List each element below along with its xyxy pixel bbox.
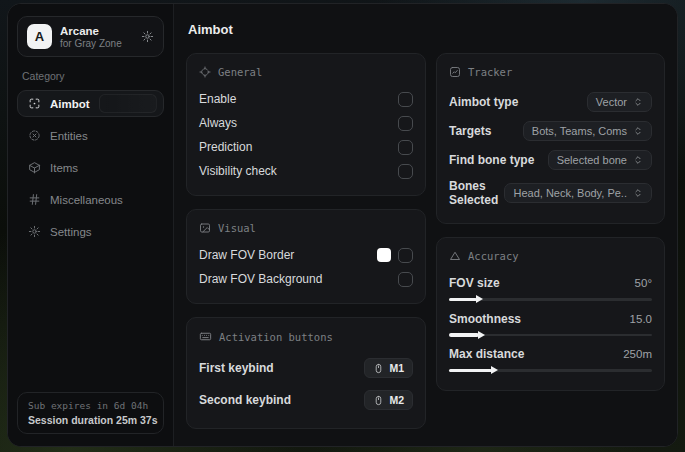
toggle-row-visibility-check: Visibility check [199, 159, 413, 183]
slider-head: Max distance 250m [449, 347, 652, 361]
slider-fill [449, 298, 477, 302]
row-label: Aimbot type [449, 95, 518, 109]
accuracy-card: Accuracy FOV size 50° [436, 237, 665, 391]
keybind-value: M2 [389, 394, 404, 406]
sidebar-nav: Aimbot Entities Items [17, 90, 164, 245]
trend-box-icon [449, 66, 461, 78]
crosshair-scan-icon [28, 97, 41, 110]
sidebar-item-miscellaneous[interactable]: Miscellaneous [17, 186, 164, 213]
brand-subtitle: for Gray Zone [60, 38, 122, 49]
row-label: Prediction [199, 140, 252, 154]
slider-head: FOV size 50° [449, 276, 652, 290]
first-keybind-button[interactable]: M1 [364, 358, 413, 378]
mouse-icon [373, 363, 384, 374]
tracker-card: Tracker Aimbot type Vector [436, 53, 665, 224]
general-card-title: General [199, 66, 413, 78]
app-window: A Arcane for Gray Zone Category [7, 3, 678, 447]
select-row-targets: Targets Bots, Teams, Coms [449, 116, 652, 145]
left-column: General Enable Always Prediction [186, 53, 426, 429]
row-label: Draw FOV Border [199, 248, 294, 262]
section-title: Tracker [468, 66, 512, 78]
slider-row-smoothness: Smoothness 15.0 [449, 307, 652, 343]
section-title: Visual [218, 222, 256, 234]
row-label: Draw FOV Background [199, 272, 322, 286]
fov-size-value: 50° [635, 277, 652, 289]
row-label: Bones Selected [449, 179, 504, 207]
brand-logo: A [27, 24, 52, 49]
row-label: First keybind [199, 361, 274, 375]
sidebar-item-label: Entities [50, 130, 88, 142]
row-label: Smoothness [449, 312, 521, 326]
gear-icon[interactable] [141, 30, 154, 43]
enable-checkbox[interactable] [398, 92, 413, 107]
keyboard-icon [199, 330, 212, 343]
right-column: Tracker Aimbot type Vector [436, 53, 665, 391]
sidebar-item-label: Items [50, 162, 78, 174]
section-title: Accuracy [468, 250, 519, 262]
fov-size-slider[interactable] [449, 298, 652, 301]
select-value: Vector [596, 96, 627, 108]
toggle-row-always: Always [199, 111, 413, 135]
content-columns: General Enable Always Prediction [186, 53, 665, 429]
visual-card: Visual Draw FOV Border Draw FOV Backgrou… [186, 209, 426, 304]
draw-fov-border-checkbox[interactable] [398, 248, 413, 263]
sidebar-item-items[interactable]: Items [17, 154, 164, 181]
cube-icon [28, 161, 41, 174]
always-checkbox[interactable] [398, 116, 413, 131]
category-label: Category [22, 70, 159, 82]
toggle-row-draw-fov-border: Draw FOV Border [199, 243, 413, 267]
slider-thumb[interactable] [491, 366, 498, 374]
sidebar-item-entities[interactable]: Entities [17, 122, 164, 149]
gear-icon [28, 225, 41, 238]
general-card: General Enable Always Prediction [186, 53, 426, 196]
sub-expiry-text: Sub expires in 6d 04h [28, 400, 153, 411]
sidebar-item-label: Miscellaneous [50, 194, 123, 206]
prediction-checkbox[interactable] [398, 140, 413, 155]
chevrons-up-down-icon [633, 188, 643, 198]
row-label: FOV size [449, 276, 500, 290]
slider-fill [449, 333, 479, 337]
select-row-bones-selected: Bones Selected Head, Neck, Body, Pe.. [449, 174, 652, 211]
slider-fill [449, 369, 492, 373]
visibility-check-checkbox[interactable] [398, 164, 413, 179]
accuracy-card-title: Accuracy [449, 250, 652, 262]
row-label: Always [199, 116, 237, 130]
activation-buttons-card: Activation buttons First keybind M1 [186, 317, 426, 429]
bones-selected-select[interactable]: Head, Neck, Body, Pe.. [504, 183, 652, 203]
targets-select[interactable]: Bots, Teams, Coms [523, 121, 652, 141]
toggle-row-prediction: Prediction [199, 135, 413, 159]
second-keybind-button[interactable]: M2 [364, 390, 413, 410]
hash-grid-icon [28, 193, 41, 206]
draw-fov-background-checkbox[interactable] [398, 272, 413, 287]
slider-row-max-distance: Max distance 250m [449, 342, 652, 378]
find-bone-type-select[interactable]: Selected bone [548, 150, 652, 170]
tracker-card-title: Tracker [449, 66, 652, 78]
section-title: Activation buttons [219, 331, 333, 343]
select-value: Bots, Teams, Coms [532, 125, 627, 137]
select-value: Head, Neck, Body, Pe.. [513, 187, 627, 199]
slider-thumb[interactable] [476, 295, 483, 303]
subscription-card: Sub expires in 6d 04h Session duration 2… [17, 392, 164, 434]
sidebar-item-settings[interactable]: Settings [17, 218, 164, 245]
page-title: Aimbot [186, 14, 665, 53]
row-controls [377, 248, 413, 263]
row-label: Find bone type [449, 153, 534, 167]
max-distance-slider[interactable] [449, 369, 652, 372]
sidebar-item-aimbot[interactable]: Aimbot [17, 90, 164, 117]
keybind-value: M1 [389, 362, 404, 374]
sidebar-item-label: Aimbot [50, 98, 90, 110]
slider-row-fov-size: FOV size 50° [449, 271, 652, 307]
slider-thumb[interactable] [478, 331, 485, 339]
chevrons-up-down-icon [633, 155, 643, 165]
sidebar-item-label: Settings [50, 226, 92, 238]
fov-border-color-swatch[interactable] [377, 248, 391, 262]
aimbot-type-select[interactable]: Vector [587, 92, 652, 112]
row-label: Second keybind [199, 393, 291, 407]
row-label: Targets [449, 124, 491, 138]
smoothness-slider[interactable] [449, 334, 652, 337]
brand-text: Arcane for Gray Zone [60, 25, 122, 49]
toggle-row-enable: Enable [199, 87, 413, 111]
select-row-aimbot-type: Aimbot type Vector [449, 87, 652, 116]
active-item-ghost [99, 94, 157, 113]
row-label: Enable [199, 92, 236, 106]
